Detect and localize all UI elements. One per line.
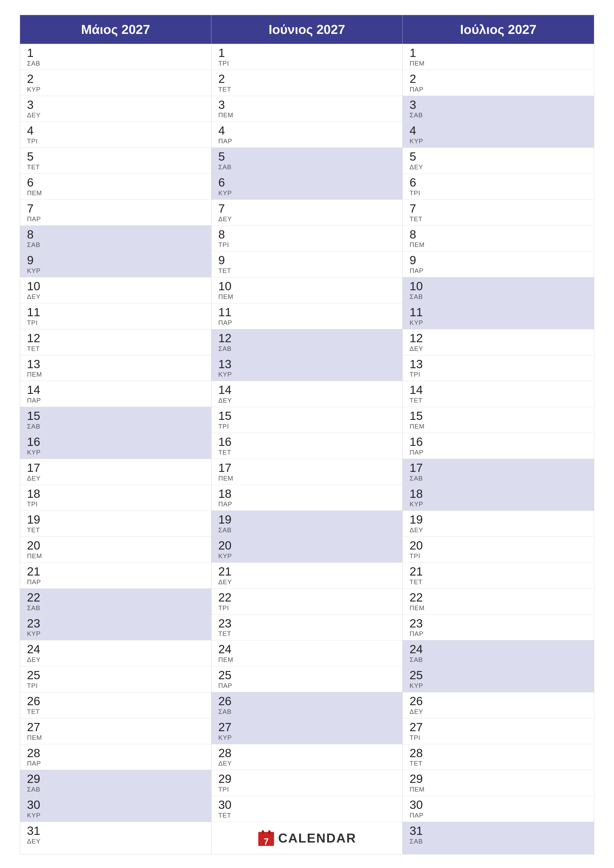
day-name: ΣΑΒ xyxy=(27,241,40,249)
day-number: 21 xyxy=(27,565,41,578)
day-name: ΣΑΒ xyxy=(218,345,232,353)
day-name: ΣΑΒ xyxy=(409,474,423,482)
day-row: 28ΤΕΤ xyxy=(403,744,594,770)
day-row: 23ΚΥΡ xyxy=(20,615,211,641)
day-row: 25ΠΑΡ xyxy=(211,666,403,692)
day-row: 28ΔΕΥ xyxy=(211,744,403,770)
day-row: 27ΤΡΙ xyxy=(403,718,594,744)
day-row: 26ΣΑΒ xyxy=(211,692,403,718)
day-name: ΠΕΜ xyxy=(218,474,233,482)
day-number: 15 xyxy=(218,409,232,423)
day-number: 1 xyxy=(27,46,40,60)
day-name: ΚΥΡ xyxy=(409,319,423,327)
day-number: 14 xyxy=(27,383,41,397)
day-row: 22ΠΕΜ xyxy=(403,589,594,615)
day-number: 5 xyxy=(218,150,232,163)
day-name: ΣΑΒ xyxy=(218,163,232,171)
day-name: ΤΡΙ xyxy=(27,682,40,690)
day-number: 24 xyxy=(27,643,40,656)
day-number: 11 xyxy=(27,306,40,319)
day-number: 18 xyxy=(27,487,40,501)
day-row: 9ΤΕΤ xyxy=(211,251,403,277)
day-number: 11 xyxy=(409,306,423,319)
month-column-0: Μάιος 20271ΣΑΒ2ΚΥΡ3ΔΕΥ4ΤΡΙ5ΤΕΤ6ΠΕΜ7ΠΑΡ8Σ… xyxy=(20,15,211,822)
month-header-0: Μάιος 2027 xyxy=(20,15,211,44)
day-number: 7 xyxy=(218,202,232,215)
day-name: ΔΕΥ xyxy=(409,526,423,534)
day-name: ΠΕΜ xyxy=(27,552,42,560)
day-row: 17ΔΕΥ xyxy=(20,459,211,485)
day-number: 13 xyxy=(409,358,423,371)
day-number: 10 xyxy=(409,280,423,293)
day-number: 23 xyxy=(27,617,40,630)
day-row: 11ΤΡΙ xyxy=(20,303,211,329)
day-row: 11ΚΥΡ xyxy=(403,303,594,329)
day-name: ΠΑΡ xyxy=(27,578,41,586)
day-row: 18ΤΡΙ xyxy=(20,485,211,511)
day-number: 5 xyxy=(409,150,423,163)
day-number: 29 xyxy=(27,772,40,786)
day-number: 15 xyxy=(409,409,424,423)
day-name: ΔΕΥ xyxy=(27,474,40,482)
day-row: 3ΔΕΥ xyxy=(20,96,211,122)
day-number: 26 xyxy=(218,695,232,708)
month-header-2: Ιούλιος 2027 xyxy=(403,15,594,44)
day-row: 9ΠΑΡ xyxy=(403,251,594,277)
day-name: ΠΕΜ xyxy=(409,60,424,67)
day-number: 16 xyxy=(27,436,40,449)
day-name: ΤΡΙ xyxy=(218,786,232,793)
day-name: ΔΕΥ xyxy=(409,163,423,171)
day-number: 30 xyxy=(218,798,232,812)
day-row: 30ΠΑΡ xyxy=(403,796,594,822)
day-row: 14ΔΕΥ xyxy=(211,381,403,407)
day-row: 3ΣΑΒ xyxy=(403,96,594,122)
day-row: 6ΚΥΡ xyxy=(211,174,403,200)
day-name: ΚΥΡ xyxy=(27,267,40,274)
day-number: 20 xyxy=(218,539,232,552)
day-number: 25 xyxy=(218,669,232,682)
day-name: ΔΕΥ xyxy=(27,293,40,301)
day-row: 1ΣΑΒ xyxy=(20,44,211,70)
footer-row: 31ΔΕΥ 7 CALENDAR31ΣΑΒ xyxy=(20,822,594,854)
day-number: 23 xyxy=(218,617,232,630)
day-row: 14ΠΑΡ xyxy=(20,381,211,407)
day-name: ΠΑΡ xyxy=(218,500,232,508)
day-row: 9ΚΥΡ xyxy=(20,251,211,277)
day-row: 13ΠΕΜ xyxy=(20,355,211,381)
day-number: 28 xyxy=(27,747,41,760)
day-number: 17 xyxy=(27,462,40,474)
day-row: 6ΤΡΙ xyxy=(403,174,594,200)
day-name: ΚΥΡ xyxy=(27,85,40,93)
day-name: ΣΑΒ xyxy=(27,786,40,793)
day-row: 20ΚΥΡ xyxy=(211,537,403,563)
day-row: 30ΤΕΤ xyxy=(211,796,403,822)
day-name: ΠΑΡ xyxy=(27,760,41,767)
day-number: 7 xyxy=(409,202,422,215)
day-name: ΤΡΙ xyxy=(409,734,423,742)
day-row: 2ΠΑΡ xyxy=(403,70,594,96)
day-number: 9 xyxy=(27,254,40,267)
day-number: 15 xyxy=(27,409,40,423)
month-column-1: Ιούνιος 20271ΤΡΙ2ΤΕΤ3ΠΕΜ4ΠΑΡ5ΣΑΒ6ΚΥΡ7ΔΕΥ… xyxy=(211,15,403,822)
day-name: ΠΑΡ xyxy=(27,397,41,404)
day-row: 29ΤΡΙ xyxy=(211,770,403,796)
day-number: 17 xyxy=(218,462,233,474)
day-name: ΤΡΙ xyxy=(218,60,229,67)
day-number: 13 xyxy=(218,358,232,371)
day-name: ΣΑΒ xyxy=(409,837,423,845)
day-row: 4ΠΑΡ xyxy=(211,122,403,148)
day-name: ΤΕΤ xyxy=(218,812,232,819)
day-number: 9 xyxy=(409,254,423,267)
day-row: 25ΚΥΡ xyxy=(403,666,594,692)
day-row: 13ΚΥΡ xyxy=(211,355,403,381)
day-row: 22ΣΑΒ xyxy=(20,589,211,615)
day-name: ΚΥΡ xyxy=(218,189,232,197)
day-name: ΤΕΤ xyxy=(27,345,40,353)
day-number: 12 xyxy=(218,332,232,345)
svg-text:7: 7 xyxy=(263,837,268,847)
day-row: 27ΠΕΜ xyxy=(20,718,211,744)
day-number: 12 xyxy=(27,332,40,345)
day-row: 24ΣΑΒ xyxy=(403,640,594,666)
day-row: 24ΔΕΥ xyxy=(20,640,211,666)
day-number: 13 xyxy=(27,358,42,371)
